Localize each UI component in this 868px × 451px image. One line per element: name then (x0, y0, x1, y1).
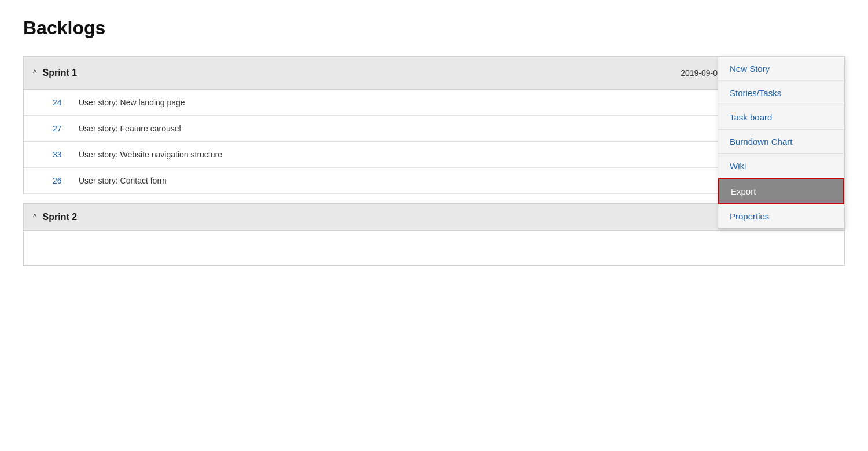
dropdown-wiki[interactable]: Wiki (718, 154, 844, 178)
sprint2-name: Sprint 2 (43, 212, 835, 222)
dropdown-export[interactable]: Export (718, 178, 844, 204)
dropdown-stories-tasks[interactable]: Stories/Tasks (718, 81, 844, 105)
dropdown-task-board[interactable]: Task board (718, 105, 844, 130)
sprint2-toggle[interactable]: ^ (33, 212, 37, 222)
story-id[interactable]: 27 (53, 124, 79, 133)
story-title: User story: Website navigation structure (79, 150, 222, 159)
page-title: Backlogs (23, 17, 845, 39)
story-title: User story: Contact form (79, 176, 167, 185)
dropdown-new-story[interactable]: New Story (718, 57, 844, 81)
dropdown-burndown-chart[interactable]: Burndown Chart (718, 130, 844, 154)
story-id[interactable]: 33 (53, 150, 79, 159)
sprint1-start-date: 2019-09-02 (681, 68, 722, 78)
dropdown-properties[interactable]: Properties (718, 204, 844, 228)
story-title: User story: New landing page (79, 98, 185, 107)
story-id[interactable]: 26 (53, 176, 79, 185)
sprint-dropdown-menu: New Story Stories/Tasks Task board Burnd… (718, 56, 845, 229)
backlogs-container: ^ Sprint 1 2019-09-02 2020-01-31 12 ▲ 24… (23, 56, 845, 266)
sprint2-body (23, 231, 845, 266)
story-title: User story: Feature carousel (79, 124, 181, 133)
sprint1-name: Sprint 1 (43, 68, 681, 78)
story-id[interactable]: 24 (53, 98, 79, 107)
sprint1-toggle[interactable]: ^ (33, 68, 37, 78)
sprint1-section: ^ Sprint 1 2019-09-02 2020-01-31 12 ▲ 24… (23, 56, 845, 194)
